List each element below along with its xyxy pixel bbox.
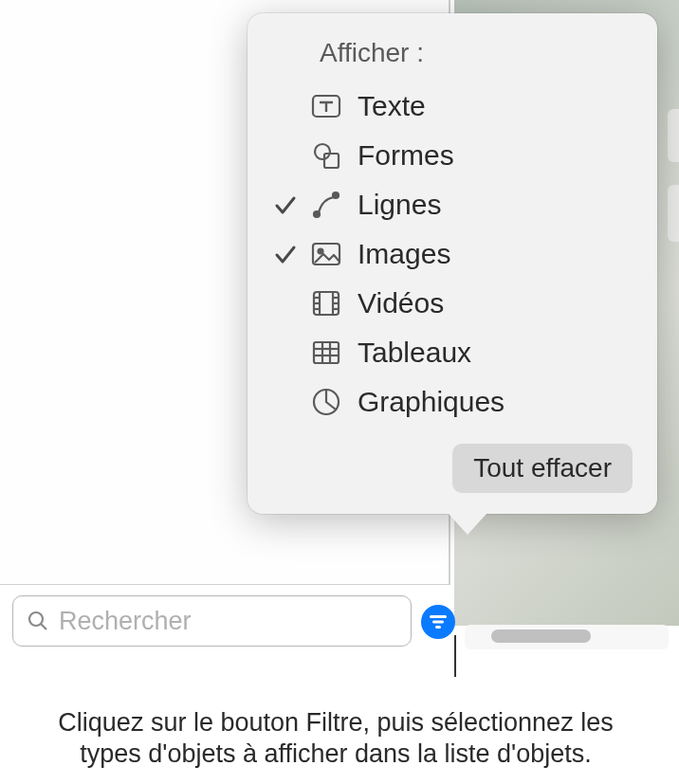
svg-point-6 <box>319 249 323 254</box>
check-icon <box>266 192 304 217</box>
filter-popover: Afficher : Texte Formes <box>248 13 657 514</box>
filter-item-label: Images <box>348 238 450 270</box>
filter-item-label: Formes <box>348 139 454 172</box>
clear-all-button[interactable]: Tout effacer <box>452 444 633 493</box>
svg-rect-16 <box>314 342 339 363</box>
filter-item-label: Texte <box>348 90 426 122</box>
svg-rect-2 <box>324 154 339 168</box>
image-icon <box>304 237 348 271</box>
svg-line-23 <box>41 624 46 629</box>
filter-item-lines[interactable]: Lignes <box>248 180 657 229</box>
filter-item-label: Tableaux <box>348 337 471 369</box>
table-icon <box>304 336 348 370</box>
filter-item-images[interactable]: Images <box>248 229 657 279</box>
filter-item-tables[interactable]: Tableaux <box>248 328 657 377</box>
shapes-icon <box>304 138 348 173</box>
search-bar-container: Rechercher <box>12 595 451 647</box>
svg-rect-24 <box>430 615 447 618</box>
filter-item-label: Vidéos <box>348 287 444 319</box>
filter-item-charts[interactable]: Graphiques <box>248 377 657 427</box>
check-icon <box>266 242 304 266</box>
popover-header: Afficher : <box>248 32 657 82</box>
filter-icon <box>429 614 448 629</box>
filter-item-videos[interactable]: Vidéos <box>248 279 657 328</box>
filter-item-text[interactable]: Texte <box>248 82 657 131</box>
lines-icon <box>304 188 348 222</box>
filter-button[interactable] <box>421 605 455 639</box>
side-tab-2[interactable] <box>668 185 679 242</box>
svg-rect-25 <box>432 621 444 624</box>
search-input[interactable]: Rechercher <box>12 595 412 647</box>
text-icon <box>304 89 348 123</box>
chart-icon <box>304 385 348 419</box>
filter-item-label: Graphiques <box>348 386 505 418</box>
search-icon <box>27 610 49 632</box>
video-icon <box>304 286 348 320</box>
filter-item-shapes[interactable]: Formes <box>248 131 657 180</box>
horizontal-scrollbar[interactable] <box>465 625 669 649</box>
search-placeholder: Rechercher <box>59 607 192 636</box>
svg-point-1 <box>315 144 330 159</box>
svg-rect-26 <box>435 626 441 629</box>
scrollbar-thumb[interactable] <box>491 629 591 643</box>
caption-text: Cliquez sur le bouton Filtre, puis sélec… <box>42 707 630 772</box>
side-tab-1[interactable] <box>668 109 679 162</box>
filter-item-label: Lignes <box>348 189 441 221</box>
callout-line <box>454 635 456 677</box>
svg-point-22 <box>29 612 43 626</box>
